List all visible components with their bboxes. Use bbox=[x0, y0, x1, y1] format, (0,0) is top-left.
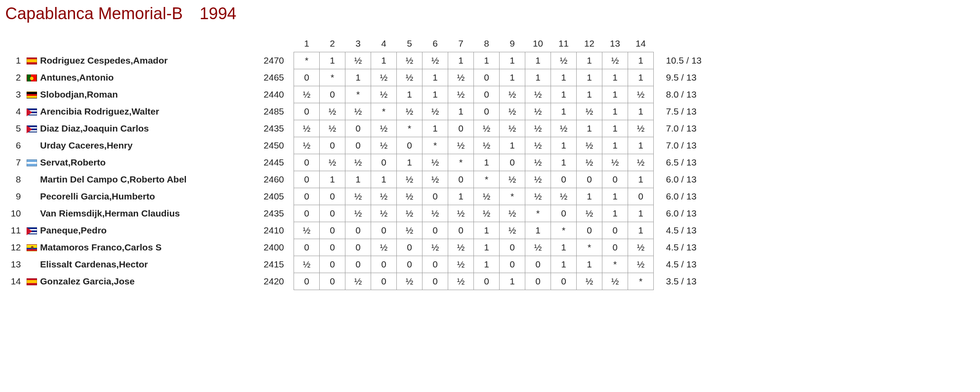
result-cell: 0 bbox=[397, 256, 422, 273]
result-cell: ½ bbox=[294, 222, 320, 239]
result-cell: ½ bbox=[422, 205, 448, 222]
result-cell: 0 bbox=[294, 239, 320, 256]
result-cell: 0 bbox=[294, 154, 320, 171]
player-score: 6.0 / 13 bbox=[654, 205, 727, 222]
result-cell: ½ bbox=[345, 103, 371, 120]
result-cell: 0 bbox=[628, 188, 654, 205]
result-cell: * bbox=[628, 273, 654, 290]
result-cell: 0 bbox=[320, 188, 345, 205]
result-cell: 0 bbox=[422, 273, 448, 290]
player-score: 4.5 / 13 bbox=[654, 239, 727, 256]
result-cell: ½ bbox=[371, 239, 397, 256]
result-cell: ½ bbox=[628, 86, 654, 103]
column-header: 11 bbox=[551, 35, 577, 52]
page-title: Capablanca Memorial-B 1994 bbox=[5, 4, 975, 23]
result-cell: ½ bbox=[628, 256, 654, 273]
flag-cell bbox=[24, 103, 39, 120]
rank: 1 bbox=[5, 52, 24, 69]
result-cell: 0 bbox=[577, 222, 602, 239]
tournament-year: 1994 bbox=[199, 4, 237, 23]
result-cell: ½ bbox=[397, 52, 422, 69]
result-cell: 0 bbox=[371, 273, 397, 290]
result-cell: 0 bbox=[551, 273, 577, 290]
result-cell: 1 bbox=[448, 188, 474, 205]
rank: 13 bbox=[5, 256, 24, 273]
result-cell: ½ bbox=[320, 103, 345, 120]
player-name: Paneque,Pedro bbox=[39, 222, 249, 239]
result-cell: ½ bbox=[448, 69, 474, 86]
result-cell: * bbox=[500, 188, 525, 205]
flag-icon bbox=[27, 108, 37, 115]
player-name: Slobodjan,Roman bbox=[39, 86, 249, 103]
result-cell: ½ bbox=[551, 120, 577, 137]
result-cell: 0 bbox=[294, 69, 320, 86]
result-cell: 1 bbox=[577, 120, 602, 137]
result-cell: 1 bbox=[551, 86, 577, 103]
result-cell: ½ bbox=[525, 239, 551, 256]
player-score: 3.5 / 13 bbox=[654, 273, 727, 290]
result-cell: 1 bbox=[551, 103, 577, 120]
result-cell: 1 bbox=[345, 171, 371, 188]
result-cell: ½ bbox=[525, 137, 551, 154]
flag-icon bbox=[27, 159, 37, 166]
player-score: 9.5 / 13 bbox=[654, 69, 727, 86]
player-score: 7.5 / 13 bbox=[654, 103, 727, 120]
result-cell: 1 bbox=[577, 86, 602, 103]
result-cell: 0 bbox=[500, 239, 525, 256]
result-cell: 0 bbox=[320, 222, 345, 239]
result-cell: 0 bbox=[525, 273, 551, 290]
result-cell: 1 bbox=[551, 137, 577, 154]
result-cell: ½ bbox=[577, 154, 602, 171]
player-name: Pecorelli Garcia,Humberto bbox=[39, 188, 249, 205]
flag-icon bbox=[27, 227, 37, 234]
result-cell: * bbox=[474, 171, 500, 188]
result-cell: 0 bbox=[345, 256, 371, 273]
player-row: 13Elissalt Cardenas,Hector2415½00000½100… bbox=[5, 256, 727, 273]
result-cell: 0 bbox=[320, 256, 345, 273]
result-cell: 0 bbox=[294, 205, 320, 222]
flag-cell bbox=[24, 171, 39, 188]
result-cell: 0 bbox=[371, 154, 397, 171]
player-rating: 2450 bbox=[249, 137, 294, 154]
result-cell: ½ bbox=[474, 205, 500, 222]
column-header: 4 bbox=[371, 35, 397, 52]
flag-cell bbox=[24, 222, 39, 239]
rank: 14 bbox=[5, 273, 24, 290]
player-name: Martin Del Campo C,Roberto Abel bbox=[39, 171, 249, 188]
result-cell: 0 bbox=[320, 273, 345, 290]
rank: 4 bbox=[5, 103, 24, 120]
result-cell: 0 bbox=[448, 171, 474, 188]
player-rating: 2435 bbox=[249, 205, 294, 222]
result-cell: 1 bbox=[371, 52, 397, 69]
player-row: 2Antunes,Antonio24650*1½½1½01111119.5 / … bbox=[5, 69, 727, 86]
player-rating: 2400 bbox=[249, 239, 294, 256]
result-cell: 1 bbox=[448, 103, 474, 120]
player-name: Gonzalez Garcia,Jose bbox=[39, 273, 249, 290]
flag-cell bbox=[24, 52, 39, 69]
result-cell: 1 bbox=[628, 69, 654, 86]
result-cell: ½ bbox=[345, 154, 371, 171]
result-cell: 1 bbox=[345, 69, 371, 86]
result-cell: 0 bbox=[551, 205, 577, 222]
player-name: Antunes,Antonio bbox=[39, 69, 249, 86]
column-header: 2 bbox=[320, 35, 345, 52]
result-cell: 0 bbox=[371, 222, 397, 239]
result-cell: 1 bbox=[474, 256, 500, 273]
result-cell: 1 bbox=[422, 69, 448, 86]
result-cell: 1 bbox=[397, 154, 422, 171]
result-cell: ½ bbox=[577, 103, 602, 120]
player-name: Servat,Roberto bbox=[39, 154, 249, 171]
player-row: 6Urday Caceres,Henry2450½00½0*½½1½1½117.… bbox=[5, 137, 727, 154]
result-cell: 1 bbox=[551, 256, 577, 273]
result-cell: 0 bbox=[397, 239, 422, 256]
result-cell: 0 bbox=[320, 86, 345, 103]
flag-icon bbox=[27, 261, 37, 268]
flag-cell bbox=[24, 137, 39, 154]
result-cell: ½ bbox=[474, 137, 500, 154]
result-cell: 1 bbox=[628, 222, 654, 239]
result-cell: 0 bbox=[602, 239, 628, 256]
player-score: 10.5 / 13 bbox=[654, 52, 727, 69]
result-cell: 1 bbox=[628, 52, 654, 69]
flag-cell bbox=[24, 256, 39, 273]
result-cell: 1 bbox=[448, 52, 474, 69]
